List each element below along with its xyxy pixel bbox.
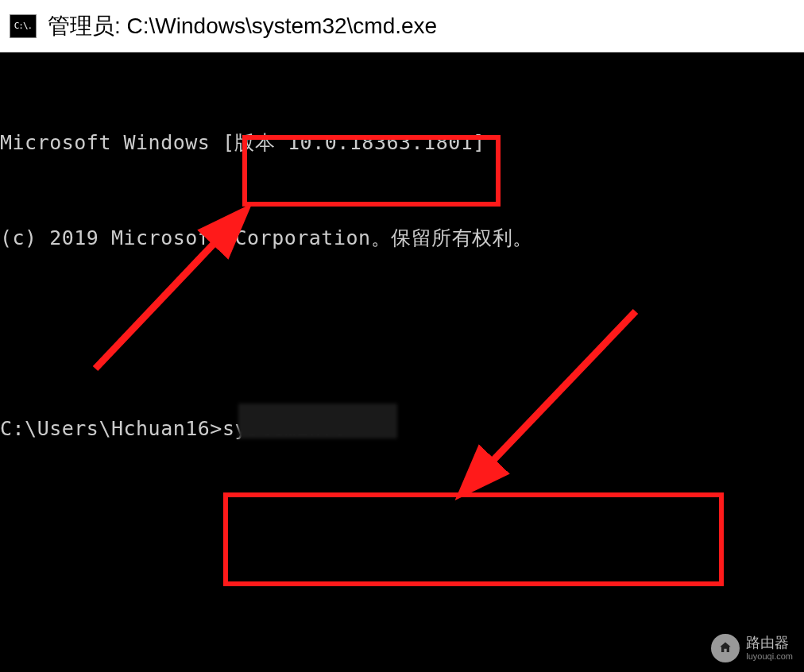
version-line: Microsoft Windows [版本 10.0.18363.1801]	[0, 127, 804, 159]
redacted-owner	[238, 404, 397, 438]
prompt-line: C:\Users\Hchuan16>systeminfo	[0, 413, 804, 445]
watermark-title: 路由器	[746, 635, 793, 651]
window-titlebar: C:\. 管理员: C:\Windows\system32\cmd.exe	[0, 0, 804, 52]
window-title: 管理员: C:\Windows\system32\cmd.exe	[48, 11, 437, 41]
watermark: 路由器 luyouqi.com	[711, 634, 793, 662]
router-icon	[711, 634, 740, 662]
watermark-url: luyouqi.com	[746, 651, 793, 661]
cmd-icon: C:\.	[10, 14, 37, 38]
terminal-output[interactable]: Microsoft Windows [版本 10.0.18363.1801] (…	[0, 52, 804, 672]
prompt-path: C:\Users\Hchuan16>	[0, 417, 222, 440]
copyright-line: (c) 2019 Microsoft Corporation。保留所有权利。	[0, 222, 804, 254]
